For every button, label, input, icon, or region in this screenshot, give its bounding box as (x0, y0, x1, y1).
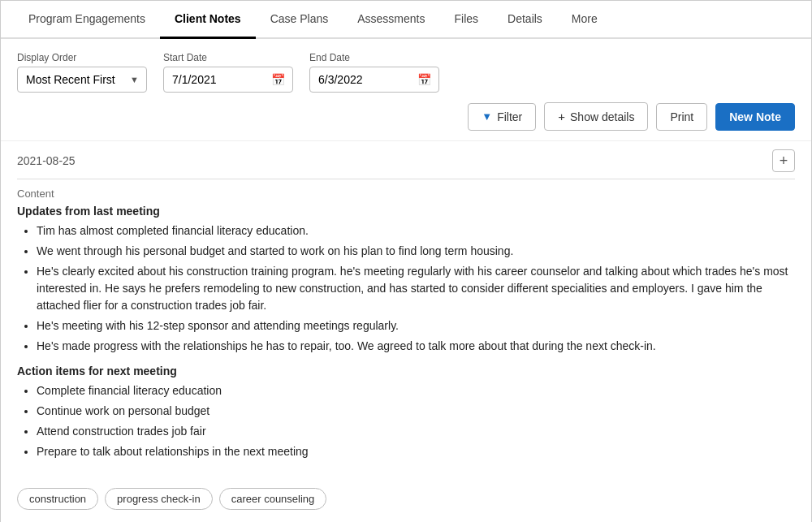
list-item: He's clearly excited about his construct… (37, 263, 795, 314)
tab-client-notes[interactable]: Client Notes (160, 1, 256, 39)
end-date-label: End Date (309, 52, 439, 63)
tag-construction[interactable]: construction (17, 488, 98, 510)
start-date-field: Start Date 📅 (163, 52, 293, 93)
section2-list: Complete financial literacy education Co… (17, 382, 795, 460)
filter-button[interactable]: ▼ Filter (468, 103, 536, 131)
end-date-input[interactable] (309, 67, 439, 93)
note-date: 2021-08-25 (17, 154, 76, 167)
list-item: He's made progress with the relationship… (37, 338, 795, 355)
note-content: Content Updates from last meeting Tim ha… (17, 179, 795, 478)
list-item: We went through his personal budget and … (37, 243, 795, 260)
tab-program-engagements[interactable]: Program Engagements (14, 1, 160, 39)
tag-career-counseling[interactable]: career counseling (219, 488, 327, 510)
content-label: Content (17, 188, 795, 200)
end-date-field: End Date 📅 (309, 52, 439, 93)
tab-case-plans[interactable]: Case Plans (256, 1, 343, 39)
print-label: Print (670, 110, 693, 123)
add-icon: + (780, 153, 788, 170)
show-details-button[interactable]: + Show details (544, 102, 648, 131)
section2-heading: Action items for next meeting (17, 365, 795, 377)
display-order-select[interactable]: Most Recent FirstOldest First (17, 67, 147, 93)
add-note-button[interactable]: + (772, 149, 795, 172)
filter-label: Filter (497, 110, 522, 123)
start-date-input[interactable] (163, 67, 293, 93)
tab-more[interactable]: More (557, 1, 612, 39)
note-section: 2021-08-25 + Content Updates from last m… (1, 141, 811, 478)
tab-details[interactable]: Details (493, 1, 557, 39)
new-note-label: New Note (729, 110, 781, 123)
print-button[interactable]: Print (656, 103, 707, 131)
new-note-button[interactable]: New Note (715, 103, 795, 131)
show-details-label: Show details (570, 110, 634, 123)
list-item: Prepare to talk about relationships in t… (37, 443, 795, 460)
section1-list: Tim has almost completed financial liter… (17, 222, 795, 355)
end-date-wrapper: 📅 (309, 67, 439, 93)
list-item: Attend construction trades job fair (37, 423, 795, 440)
toolbar: Display Order Most Recent FirstOldest Fi… (1, 39, 811, 141)
nav-tabs: Program Engagements Client Notes Case Pl… (1, 1, 811, 39)
plus-icon: + (558, 110, 565, 123)
start-date-wrapper: 📅 (163, 67, 293, 93)
list-item: Tim has almost completed financial liter… (37, 222, 795, 239)
list-item: He's meeting with his 12-step sponsor an… (37, 317, 795, 334)
section1-heading: Updates from last meeting (17, 205, 795, 218)
tab-assessments[interactable]: Assessments (343, 1, 439, 39)
tag-progress-checkin[interactable]: progress check-in (105, 488, 213, 510)
display-order-label: Display Order (17, 52, 147, 63)
tags-row: construction progress check-in career co… (1, 478, 811, 522)
display-order-select-wrapper: Most Recent FirstOldest First ▼ (17, 67, 147, 93)
display-order-field: Display Order Most Recent FirstOldest Fi… (17, 52, 147, 93)
tab-files[interactable]: Files (440, 1, 494, 39)
start-date-label: Start Date (163, 52, 293, 63)
list-item: Continue work on personal budget (37, 403, 795, 420)
filter-icon: ▼ (482, 110, 492, 123)
note-date-bar: 2021-08-25 + (17, 141, 795, 179)
list-item: Complete financial literacy education (37, 382, 795, 399)
